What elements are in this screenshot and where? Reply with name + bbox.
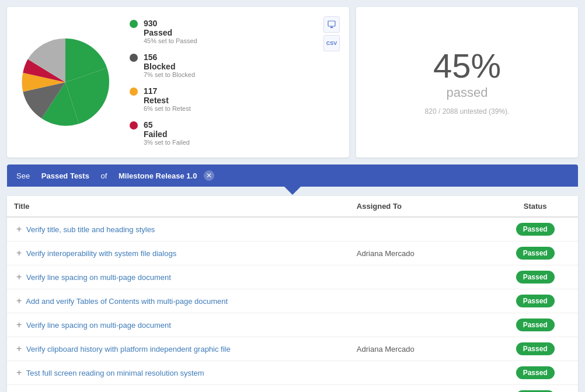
row-status-cell: Passed <box>492 385 578 393</box>
legend-label-retest: Retest <box>144 96 191 105</box>
table-header-row: Title Assigned To Status <box>7 196 578 217</box>
table-row: + Verify line spacing on multi-page docu… <box>7 313 578 337</box>
stats-sub: 820 / 2088 untested (39%). <box>425 107 510 116</box>
row-title-cell: + Verify interoperability with system fi… <box>7 242 350 265</box>
legend-dot-passed <box>130 20 138 28</box>
filter-highlight: Passed Tests <box>41 172 89 180</box>
row-status-cell: Passed <box>492 361 578 385</box>
row-title-cell: + Verify title, sub title and heading st… <box>7 217 350 242</box>
legend-count-blocked: 156 <box>144 52 195 62</box>
status-badge: Passed <box>516 295 555 307</box>
filter-bar: See Passed Tests of Milestone Release 1.… <box>7 164 578 187</box>
export-csv-button[interactable]: CSV <box>323 35 340 51</box>
row-status-cell: Passed <box>492 289 578 313</box>
table-row: + Add and verify Tables of Contents with… <box>7 289 578 313</box>
pie-chart <box>19 36 112 129</box>
row-assigned-cell <box>350 361 493 385</box>
add-button[interactable]: + <box>14 296 24 306</box>
status-badge: Passed <box>516 223 555 236</box>
csv-label: CSV <box>326 40 337 46</box>
legend-count-failed: 65 <box>144 120 190 130</box>
legend-label-passed: Passed <box>144 28 197 37</box>
legend-sub-passed: 45% set to Passed <box>144 37 197 44</box>
legend-dot-blocked <box>130 54 138 62</box>
filter-prefix: See <box>16 172 30 180</box>
row-status-cell: Passed <box>492 217 578 242</box>
add-button[interactable]: + <box>14 272 24 282</box>
col-header-title: Title <box>7 196 350 217</box>
status-badge: Passed <box>516 318 555 331</box>
test-results-table: Title Assigned To Status + Verify title,… <box>7 196 578 392</box>
table-row: + Verify clipboard history with platform… <box>7 337 578 361</box>
row-status-cell: Passed <box>492 265 578 289</box>
status-badge: Passed <box>516 271 555 284</box>
legend-label-blocked: Blocked <box>144 62 195 71</box>
chart-card: 930 Passed 45% set to Passed 156 Blocked… <box>7 7 349 158</box>
status-badge: Passed <box>516 366 555 379</box>
row-title-cell: + Verify line spacing on multi-page docu… <box>7 313 350 337</box>
add-button[interactable]: + <box>14 320 24 330</box>
row-assigned-cell: Adriana Mercado <box>350 385 493 393</box>
legend-dot-failed <box>130 121 138 130</box>
legend-count-passed: 930 <box>144 19 197 28</box>
row-title-cell: + Verify clipboard history with platform… <box>7 337 350 361</box>
row-title-link[interactable]: Add and verify Tables of Contents with m… <box>26 297 228 306</box>
legend-sub-retest: 6% set to Retest <box>144 105 191 112</box>
row-assigned-cell: Adriana Mercado <box>350 242 493 265</box>
status-badge: Passed <box>516 247 555 260</box>
row-status-cell: Passed <box>492 242 578 265</box>
table-row: + Verify title, sub title and heading st… <box>7 217 578 242</box>
legend-count-retest: 117 <box>144 86 191 96</box>
filter-arrow <box>7 187 578 196</box>
row-title-link[interactable]: Test full screen reading on minimal reso… <box>26 369 204 377</box>
add-button[interactable]: + <box>14 344 24 354</box>
status-badge: Passed <box>516 342 555 355</box>
row-title-cell: + Add and verify Tables of Contents with… <box>7 289 350 313</box>
row-title-link[interactable]: Verify line spacing on multi-page docume… <box>26 321 171 330</box>
row-assigned-cell <box>350 313 493 337</box>
row-title-cell: + Test full screen reading on minimal re… <box>7 361 350 385</box>
legend-item-failed: 65 Failed 3% set to Failed <box>130 120 197 146</box>
legend-sub-failed: 3% set to Failed <box>144 139 190 146</box>
chart-legend: 930 Passed 45% set to Passed 156 Blocked… <box>130 19 197 146</box>
legend-dot-retest <box>130 88 138 96</box>
row-status-cell: Passed <box>492 313 578 337</box>
add-button[interactable]: + <box>14 224 24 234</box>
row-title-link[interactable]: Verify title, sub title and heading styl… <box>26 225 155 234</box>
row-title-link[interactable]: Verify line spacing on multi-page docume… <box>26 273 171 282</box>
row-title-cell: + Verify line spacing on multi-page docu… <box>7 265 350 289</box>
table-row: + Test full screen reading on minimal re… <box>7 361 578 385</box>
stats-percent: 45% <box>433 49 501 83</box>
filter-milestone: Milestone Release 1.0 <box>119 172 197 180</box>
legend-label-failed: Failed <box>144 130 190 139</box>
svg-rect-0 <box>328 21 335 26</box>
row-assigned-cell <box>350 217 493 242</box>
row-assigned-cell <box>350 289 493 313</box>
export-png-button[interactable] <box>323 16 340 33</box>
row-status-cell: Passed <box>492 337 578 361</box>
add-button[interactable]: + <box>14 368 24 377</box>
legend-item-blocked: 156 Blocked 7% set to Blocked <box>130 52 197 78</box>
stats-card: 45% passed 820 / 2088 untested (39%). <box>356 7 578 158</box>
table-row: + Verify Arrange All Windows functionali… <box>7 385 578 393</box>
table-row: + Verify line spacing on multi-page docu… <box>7 265 578 289</box>
table-row: + Verify interoperability with system fi… <box>7 242 578 265</box>
row-title-link[interactable]: Verify interoperability with system file… <box>26 249 176 258</box>
legend-item-passed: 930 Passed 45% set to Passed <box>130 19 197 44</box>
col-header-status: Status <box>492 196 578 217</box>
row-title-link[interactable]: Verify clipboard history with platform i… <box>26 345 231 354</box>
add-button[interactable]: + <box>14 248 24 258</box>
row-assigned-cell: Adriana Mercado <box>350 337 493 361</box>
col-header-assigned: Assigned To <box>350 196 493 217</box>
stats-label: passed <box>447 85 488 100</box>
row-title-cell: + Verify Arrange All Windows functionali… <box>7 385 350 393</box>
export-icons: CSV <box>323 16 340 51</box>
filter-middle: of <box>101 172 107 180</box>
filter-close-button[interactable]: ✕ <box>204 170 214 181</box>
row-assigned-cell <box>350 265 493 289</box>
legend-sub-blocked: 7% set to Blocked <box>144 71 195 78</box>
legend-item-retest: 117 Retest 6% set to Retest <box>130 86 197 112</box>
